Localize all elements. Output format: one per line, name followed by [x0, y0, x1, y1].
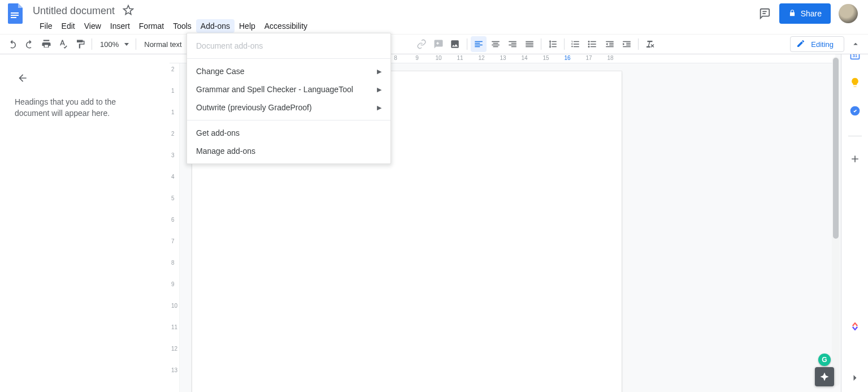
ruler-mark: 1: [171, 88, 175, 94]
document-title[interactable]: Untitled document: [29, 4, 118, 18]
share-button-label: Share: [801, 9, 822, 18]
vertical-ruler[interactable]: 2112345678910111213: [170, 63, 180, 392]
menu-format[interactable]: Format: [134, 19, 168, 33]
menu-edit[interactable]: Edit: [57, 19, 80, 33]
line-spacing-button[interactable]: [545, 36, 561, 52]
ruler-mark: 3: [171, 152, 175, 158]
ruler-mark: 18: [607, 55, 613, 61]
ruler-mark: 2: [171, 66, 175, 72]
numbered-list-button[interactable]: [568, 36, 584, 52]
outline-empty-message: Headings that you add to the document wi…: [15, 96, 145, 119]
outline-panel: Headings that you add to the document wi…: [0, 54, 170, 392]
ruler-mark: 12: [478, 55, 484, 61]
side-panel: 31: [841, 36, 868, 392]
menu-insert[interactable]: Insert: [106, 19, 134, 33]
menu-tools[interactable]: Tools: [168, 19, 196, 33]
menu-divider: [187, 120, 390, 120]
menu-item-manage-add-ons[interactable]: Manage add-ons: [187, 142, 390, 160]
ruler-mark: 10: [171, 303, 177, 309]
ruler-mark: 2: [171, 131, 175, 137]
link-button[interactable]: [414, 36, 429, 52]
ruler-mark: 12: [171, 346, 177, 352]
editing-mode-label: Editing: [811, 40, 834, 49]
menu-item-outwrite-previously-gradeproof[interactable]: Outwrite (previously GradeProof)▶: [187, 98, 390, 117]
workspace: Headings that you add to the document wi…: [0, 54, 841, 392]
bulleted-list-button[interactable]: [585, 36, 601, 52]
ruler-mark: 13: [171, 367, 177, 373]
ruler-mark: 4: [171, 174, 175, 180]
submenu-arrow-icon: ▶: [377, 68, 381, 75]
submenu-arrow-icon: ▶: [377, 104, 381, 111]
title-bar: Untitled document Share: [0, 0, 868, 18]
vertical-scrollbar[interactable]: [832, 57, 840, 386]
ruler-mark: 13: [500, 55, 506, 61]
ruler-mark: 11: [171, 324, 177, 330]
hide-menus-button[interactable]: [848, 36, 863, 52]
align-right-button[interactable]: [505, 36, 520, 52]
ruler-mark: 7: [171, 238, 175, 244]
editing-mode-dropdown[interactable]: Editing: [790, 36, 844, 52]
submenu-arrow-icon: ▶: [377, 86, 381, 93]
clickup-icon[interactable]: [849, 320, 861, 333]
ruler-mark: 15: [542, 55, 549, 61]
svg-rect-0: [11, 12, 19, 14]
toolbar: 100% Normal text Editing: [0, 34, 868, 54]
ruler-mark: 17: [585, 55, 592, 61]
ruler-mark: 9: [415, 55, 419, 61]
ruler-mark: 8: [394, 55, 397, 61]
decrease-indent-button[interactable]: [602, 36, 618, 52]
comments-icon[interactable]: [758, 7, 771, 20]
close-outline-button[interactable]: [15, 70, 31, 86]
align-left-button[interactable]: [471, 36, 487, 52]
share-button[interactable]: Share: [779, 3, 831, 24]
svg-rect-1: [11, 15, 19, 16]
menu-divider: [187, 58, 390, 59]
docs-logo[interactable]: [5, 2, 27, 25]
ruler-mark: 9: [171, 281, 175, 287]
menu-add-ons[interactable]: Add-ons: [196, 19, 235, 33]
ruler-mark: 1: [171, 109, 175, 115]
menu-item-document-add-ons: Document add-ons: [187, 37, 390, 55]
ruler-mark: 14: [521, 55, 527, 61]
menu-view[interactable]: View: [80, 19, 106, 33]
clear-formatting-button[interactable]: [642, 36, 658, 52]
paragraph-style-value: Normal text: [144, 40, 181, 49]
ruler-mark: 8: [171, 260, 175, 266]
avatar[interactable]: [839, 4, 858, 23]
menu-help[interactable]: Help: [235, 19, 260, 33]
grammarly-icon[interactable]: G: [818, 354, 831, 366]
tasks-icon[interactable]: [849, 105, 861, 117]
addons-menu: Document add-onsChange Case▶Grammar and …: [186, 33, 391, 164]
insert-image-button[interactable]: [448, 36, 463, 52]
zoom-dropdown[interactable]: 100%: [96, 36, 132, 52]
lock-icon: [788, 9, 796, 19]
star-icon[interactable]: [123, 5, 134, 18]
menu-accessibility[interactable]: Accessibility: [260, 19, 312, 33]
ruler-mark: 16: [564, 55, 570, 61]
pencil-icon: [796, 39, 805, 50]
keep-icon[interactable]: [849, 77, 861, 88]
menu-item-grammar-and-spell-checker-languagetool[interactable]: Grammar and Spell Checker - LanguageTool…: [187, 80, 390, 98]
svg-rect-2: [11, 17, 16, 18]
zoom-value: 100%: [100, 40, 119, 49]
ruler-mark: 10: [435, 55, 441, 61]
ruler-mark: 5: [171, 195, 175, 201]
print-button[interactable]: [38, 36, 54, 52]
spellcheck-button[interactable]: [55, 36, 71, 52]
ruler-mark: 11: [457, 55, 463, 61]
menu-bar: FileEditViewInsertFormatToolsAdd-onsHelp…: [0, 18, 868, 34]
hide-sidepanel-button[interactable]: [849, 372, 861, 385]
menu-file[interactable]: File: [35, 19, 57, 33]
align-justify-button[interactable]: [522, 36, 537, 52]
menu-item-change-case[interactable]: Change Case▶: [187, 62, 390, 80]
increase-indent-button[interactable]: [619, 36, 635, 52]
paint-format-button[interactable]: [72, 36, 88, 52]
get-addons-icon[interactable]: [849, 153, 861, 165]
undo-button[interactable]: [5, 36, 20, 52]
redo-button[interactable]: [21, 36, 37, 52]
align-center-button[interactable]: [488, 36, 504, 52]
explore-button[interactable]: [815, 367, 834, 386]
add-comment-button[interactable]: [431, 36, 446, 52]
ruler-mark: 6: [171, 217, 175, 223]
menu-item-get-add-ons[interactable]: Get add-ons: [187, 124, 390, 142]
